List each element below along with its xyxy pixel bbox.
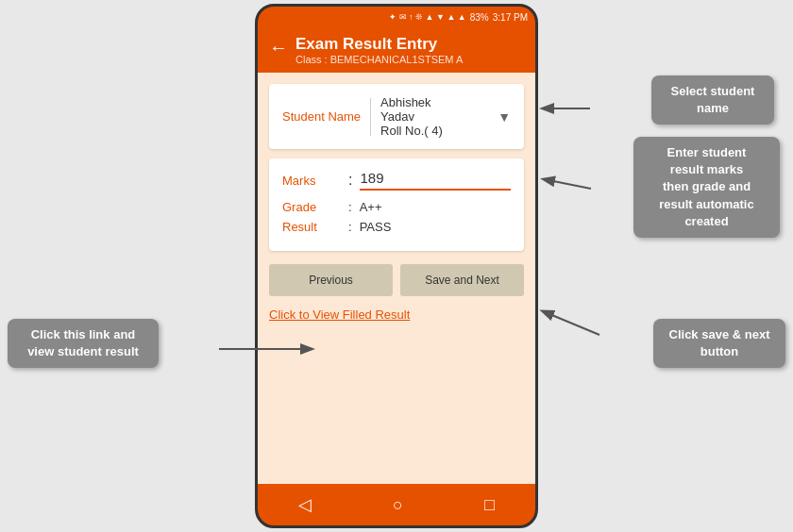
callout-click-link-text: Click this link and view student result <box>27 327 139 358</box>
callout-save-next-text: Click save & next button <box>669 327 770 358</box>
view-result-text[interactable]: Click to View Filled Result <box>269 308 410 322</box>
status-bar: ✦ ✉ ↑ ❊ ▲ ▼ ▲ ▲ 83% 3:17 PM <box>258 7 535 27</box>
time-text: 3:17 PM <box>493 12 528 23</box>
svg-line-4 <box>543 311 599 335</box>
grade-colon: : <box>348 200 352 214</box>
content-area: Student Name Abhishek Yadav Roll No.( 4)… <box>258 73 535 484</box>
back-button[interactable]: ← <box>269 37 288 58</box>
callout-save-next: Click save & next button <box>653 319 785 368</box>
student-name-line1: Abhishek <box>380 95 488 109</box>
bottom-nav: ◁ ○ □ <box>258 484 535 525</box>
student-name-label: Student Name <box>282 109 361 124</box>
student-name-line2: Yadav <box>380 109 488 124</box>
student-card: Student Name Abhishek Yadav Roll No.( 4)… <box>269 84 524 149</box>
grade-label: Grade <box>282 200 348 214</box>
previous-button[interactable]: Previous <box>269 264 393 296</box>
marks-colon: : <box>348 172 352 189</box>
callout-enter-result: Enter studentresult marksthen grade andr… <box>633 137 780 238</box>
marks-card: Marks : 189 Grade : A++ Result : PASS <box>269 158 524 251</box>
marks-input-wrapper[interactable]: 189 <box>360 170 511 191</box>
app-bar: ← Exam Result Entry Class : BEMECHANICAL… <box>258 27 535 73</box>
grade-value: A++ <box>360 200 382 214</box>
page-wrapper: ✦ ✉ ↑ ❊ ▲ ▼ ▲ ▲ 83% 3:17 PM ← Exam Resul… <box>0 0 793 532</box>
save-next-button[interactable]: Save and Next <box>400 264 524 296</box>
student-row: Student Name Abhishek Yadav Roll No.( 4)… <box>282 95 511 138</box>
nav-back-icon[interactable]: ◁ <box>298 494 312 515</box>
student-info: Abhishek Yadav Roll No.( 4) <box>380 95 488 138</box>
phone-frame: ✦ ✉ ↑ ❊ ▲ ▼ ▲ ▲ 83% 3:17 PM ← Exam Resul… <box>255 4 538 528</box>
battery-text: 83% <box>470 12 489 23</box>
callout-select-student: Select student name <box>651 75 774 125</box>
svg-line-2 <box>544 179 591 189</box>
student-roll: Roll No.( 4) <box>380 124 488 138</box>
marks-label: Marks <box>282 174 348 188</box>
marks-value[interactable]: 189 <box>360 170 383 186</box>
buttons-row: Previous Save and Next <box>269 264 524 296</box>
callout-click-link: Click this link and view student result <box>8 319 159 368</box>
result-label: Result <box>282 220 348 234</box>
grade-row: Grade : A++ <box>282 200 511 214</box>
view-result-link[interactable]: Click to View Filled Result <box>269 306 524 323</box>
nav-recents-icon[interactable]: □ <box>484 495 495 515</box>
app-bar-title: Exam Result Entry Class : BEMECHANICAL1S… <box>295 35 463 65</box>
status-icons: ✦ ✉ ↑ ❊ ▲ ▼ ▲ ▲ <box>389 12 466 22</box>
app-subtitle: Class : BEMECHANICAL1STSEM A <box>295 54 463 65</box>
marks-row: Marks : 189 <box>282 170 511 191</box>
result-colon: : <box>348 220 352 234</box>
dropdown-arrow-icon[interactable]: ▼ <box>498 109 511 125</box>
divider <box>370 98 371 136</box>
result-row: Result : PASS <box>282 220 511 234</box>
app-title: Exam Result Entry <box>295 35 463 54</box>
callout-select-student-text: Select student name <box>671 84 755 115</box>
nav-home-icon[interactable]: ○ <box>393 495 403 515</box>
callout-enter-result-text: Enter studentresult marksthen grade andr… <box>659 145 753 228</box>
result-value: PASS <box>360 220 392 234</box>
